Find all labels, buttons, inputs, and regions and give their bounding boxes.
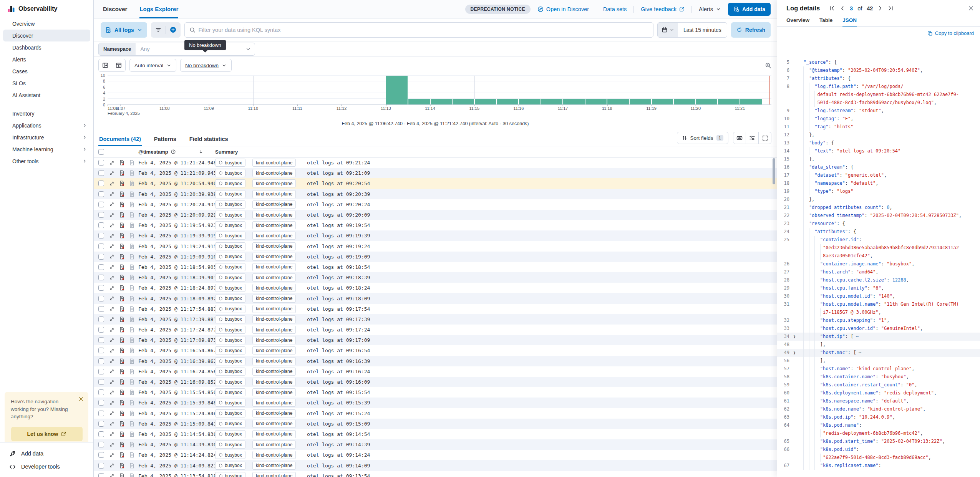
stacktrace-icon[interactable] bbox=[129, 358, 138, 364]
row-checkbox[interactable] bbox=[98, 442, 104, 447]
sidebar-item-alerts[interactable]: Alerts bbox=[3, 53, 90, 65]
summary-column-header[interactable]: Summary bbox=[215, 149, 777, 155]
row-checkbox[interactable] bbox=[98, 358, 104, 364]
tab-patterns[interactable]: Patterns bbox=[153, 136, 177, 146]
breakdown-selector[interactable]: No breakdown bbox=[180, 59, 232, 72]
sidebar-item-discover[interactable]: Discover bbox=[3, 30, 90, 41]
table-row[interactable]: Feb 4, 2025 @ 11:19:24.915busyboxkind-co… bbox=[94, 241, 777, 252]
row-checkbox[interactable] bbox=[98, 431, 104, 437]
degraded-document-icon[interactable] bbox=[119, 411, 129, 416]
table-row[interactable]: Feb 4, 2025 @ 11:16:39.862busyboxkind-co… bbox=[94, 356, 777, 366]
stacktrace-icon[interactable] bbox=[129, 442, 138, 447]
row-checkbox[interactable] bbox=[98, 348, 104, 353]
last-doc-icon[interactable] bbox=[888, 5, 894, 11]
stacktrace-icon[interactable] bbox=[129, 285, 138, 291]
row-checkbox[interactable] bbox=[98, 222, 104, 228]
flyout-tab-json[interactable]: JSON bbox=[842, 17, 857, 26]
time-range-value[interactable]: Last 15 minutes bbox=[678, 23, 727, 37]
sort-descending-icon[interactable] bbox=[198, 149, 204, 154]
data-sets-link[interactable]: Data sets bbox=[603, 6, 627, 12]
stacktrace-icon[interactable] bbox=[129, 400, 138, 406]
stacktrace-icon[interactable] bbox=[129, 431, 138, 437]
row-checkbox[interactable] bbox=[98, 296, 104, 301]
table-row[interactable]: Feb 4, 2025 @ 11:16:09.852busyboxkind-co… bbox=[94, 377, 777, 387]
row-checkbox[interactable] bbox=[98, 463, 104, 469]
add-data-button[interactable]: Add data bbox=[728, 3, 771, 16]
stacktrace-icon[interactable] bbox=[129, 243, 138, 249]
sidebar-item-inventory[interactable]: Inventory bbox=[3, 108, 90, 119]
expand-document-icon[interactable] bbox=[109, 390, 119, 395]
row-checkbox[interactable] bbox=[98, 452, 104, 458]
table-row[interactable]: Feb 4, 2025 @ 11:20:09.929busyboxkind-co… bbox=[94, 210, 777, 220]
json-code-viewer[interactable]: 5"_source": {6"@timestamp": "2025-02-04T… bbox=[777, 58, 980, 470]
expand-document-icon[interactable] bbox=[109, 421, 119, 426]
flyout-tab-table[interactable]: Table bbox=[819, 17, 832, 26]
table-row[interactable]: Feb 4, 2025 @ 11:21:09.943busyboxkind-co… bbox=[94, 168, 777, 178]
expand-document-icon[interactable] bbox=[109, 411, 119, 416]
kql-search-input[interactable] bbox=[199, 27, 648, 33]
stacktrace-icon[interactable] bbox=[129, 452, 138, 458]
degraded-document-icon[interactable] bbox=[119, 306, 129, 312]
stacktrace-icon[interactable] bbox=[129, 421, 138, 427]
select-all-checkbox[interactable] bbox=[98, 149, 104, 155]
table-row[interactable]: Feb 4, 2025 @ 11:15:39.848busyboxkind-co… bbox=[94, 398, 777, 408]
expand-document-icon[interactable] bbox=[109, 191, 119, 197]
expand-document-icon[interactable] bbox=[109, 306, 119, 311]
degraded-document-icon[interactable] bbox=[119, 358, 129, 364]
row-checkbox[interactable] bbox=[98, 411, 104, 416]
degraded-document-icon[interactable] bbox=[119, 243, 129, 249]
expand-document-icon[interactable] bbox=[109, 264, 119, 270]
degraded-document-icon[interactable] bbox=[119, 181, 129, 186]
table-row[interactable]: Feb 4, 2025 @ 11:17:24.877busyboxkind-co… bbox=[94, 325, 777, 335]
table-row[interactable]: Feb 4, 2025 @ 11:14:09.821busyboxkind-co… bbox=[94, 460, 777, 470]
table-row[interactable]: Feb 4, 2025 @ 11:18:24.897busyboxkind-co… bbox=[94, 283, 777, 293]
row-checkbox[interactable] bbox=[98, 243, 104, 249]
sidebar-footer-add-data[interactable]: Add data bbox=[3, 447, 90, 460]
expand-document-icon[interactable] bbox=[109, 442, 119, 447]
degraded-document-icon[interactable] bbox=[119, 296, 129, 301]
stacktrace-icon[interactable] bbox=[129, 316, 138, 322]
degraded-document-icon[interactable] bbox=[119, 327, 129, 333]
let-us-know-button[interactable]: Let us know bbox=[11, 427, 83, 441]
degraded-document-icon[interactable] bbox=[119, 275, 129, 280]
open-in-discover-link[interactable]: Open in Discover bbox=[537, 6, 589, 12]
chart-display-options-button[interactable] bbox=[112, 59, 125, 72]
degraded-document-icon[interactable] bbox=[119, 191, 129, 197]
expand-document-icon[interactable] bbox=[109, 379, 119, 385]
row-checkbox[interactable] bbox=[98, 212, 104, 218]
expand-document-icon[interactable] bbox=[109, 316, 119, 322]
stacktrace-icon[interactable] bbox=[129, 389, 138, 395]
expand-document-icon[interactable] bbox=[109, 296, 119, 301]
stacktrace-icon[interactable] bbox=[129, 191, 138, 197]
keyboard-shortcuts-button[interactable] bbox=[733, 132, 746, 144]
table-row[interactable]: Feb 4, 2025 @ 11:14:24.824busyboxkind-co… bbox=[94, 450, 777, 460]
give-feedback-link[interactable]: Give feedback bbox=[641, 6, 685, 12]
table-row[interactable]: Feb 4, 2025 @ 11:17:54.887busyboxkind-co… bbox=[94, 304, 777, 314]
tab-logs-explorer[interactable]: Logs Explorer bbox=[139, 0, 178, 18]
expand-document-icon[interactable] bbox=[109, 223, 119, 228]
row-checkbox[interactable] bbox=[98, 400, 104, 406]
filter-list-button[interactable] bbox=[151, 22, 166, 38]
expand-document-icon[interactable] bbox=[109, 369, 119, 374]
expand-document-icon[interactable] bbox=[109, 348, 119, 353]
expand-document-icon[interactable] bbox=[109, 160, 119, 166]
calendar-menu-button[interactable] bbox=[658, 23, 678, 37]
stacktrace-icon[interactable] bbox=[129, 181, 138, 186]
expand-document-icon[interactable] bbox=[109, 400, 119, 406]
stacktrace-icon[interactable] bbox=[129, 264, 138, 270]
table-row[interactable]: Feb 4, 2025 @ 11:18:39.901busyboxkind-co… bbox=[94, 272, 777, 283]
row-checkbox[interactable] bbox=[98, 306, 104, 312]
sidebar-item-infrastructure[interactable]: Infrastructure bbox=[3, 131, 90, 143]
add-filter-button[interactable] bbox=[166, 22, 181, 38]
sidebar-item-ai-assistant[interactable]: AI Assistant bbox=[3, 89, 90, 101]
degraded-document-icon[interactable] bbox=[119, 463, 129, 469]
table-row[interactable]: Feb 4, 2025 @ 11:16:24.856busyboxkind-co… bbox=[94, 366, 777, 377]
table-row[interactable]: Feb 4, 2025 @ 11:14:39.830busyboxkind-co… bbox=[94, 439, 777, 450]
first-doc-icon[interactable] bbox=[829, 5, 835, 11]
row-checkbox[interactable] bbox=[98, 327, 104, 333]
sidebar-item-overview[interactable]: Overview bbox=[3, 18, 90, 30]
expand-document-icon[interactable] bbox=[109, 171, 119, 176]
degraded-document-icon[interactable] bbox=[119, 348, 129, 353]
degraded-document-icon[interactable] bbox=[119, 316, 129, 322]
degraded-document-icon[interactable] bbox=[119, 389, 129, 395]
